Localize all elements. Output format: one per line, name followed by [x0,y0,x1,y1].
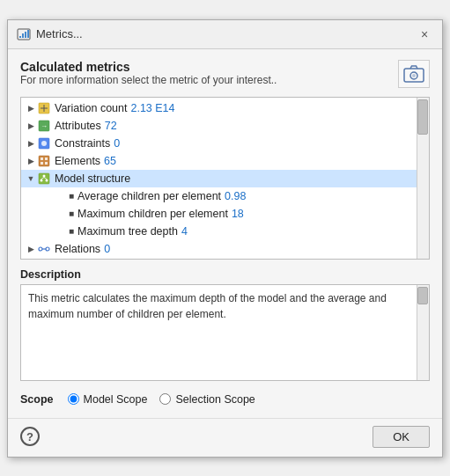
tree-item-relations[interactable]: ▶ Relations 0 [21,240,429,258]
constraints-value: 0 [114,137,120,150]
variation-label: Variation count [55,102,127,114]
description-section: Description This metric calculates the m… [20,268,430,381]
top-area: Calculated metrics For more information … [20,60,430,88]
constraint-icon [37,136,51,150]
attributes-label: Attributes [55,120,101,132]
elements-label: Elements [55,155,100,167]
elements-value: 65 [104,155,116,167]
svg-rect-18 [41,162,43,165]
max-depth-value: 4 [181,225,188,238]
header-subtitle: For more information select the metric o… [20,74,277,86]
model-structure-label: Model structure [55,172,130,185]
tree-item-max-depth[interactable]: ■ Maximum tree depth 4 [21,223,429,240]
svg-point-26 [39,247,42,251]
expand-arrow-elements[interactable]: ▶ [25,155,37,167]
description-label: Description [20,268,430,281]
title-bar: Metrics... × [8,20,442,49]
svg-point-23 [46,179,48,181]
max-children-label: Maximum children per element [77,208,228,220]
svg-rect-17 [45,157,48,160]
selection-scope-option[interactable]: Selection Scope [159,393,255,406]
bullet-avg: ■ [65,191,77,201]
calculated-metrics-title: Calculated metrics [20,60,277,74]
header-text: Calculated metrics For more information … [20,60,277,86]
model-scope-radio[interactable] [68,393,79,405]
camera-svg [403,64,424,84]
close-button[interactable]: × [416,26,433,43]
tree-item-max-children[interactable]: ■ Maximum children per element 18 [21,205,429,223]
constraints-label: Constraints [55,137,110,150]
svg-rect-19 [45,162,48,165]
expand-arrow-variation[interactable]: ▶ [25,102,37,114]
svg-point-21 [43,174,46,177]
tree-inner: ▶ Variation count 2.13 E14 ▶ → Attribute… [21,98,429,259]
svg-text:→: → [41,122,48,130]
svg-point-27 [46,247,49,251]
attributes-value: 72 [105,120,117,132]
relation-icon [37,242,51,256]
bullet-depth: ■ [65,226,77,236]
model-scope-label: Model Scope [84,393,148,406]
description-scrollbar[interactable] [417,285,429,380]
tree-scrollbar[interactable] [417,98,429,259]
max-children-value: 18 [232,208,244,220]
bullet-max: ■ [65,209,77,218]
element-icon [37,154,51,168]
relations-label: Relations [55,243,100,255]
tree-item-elements[interactable]: ▶ Elements 65 [21,152,429,170]
svg-rect-16 [41,157,43,160]
attribute-icon: → [37,119,51,133]
selection-scope-radio[interactable] [159,393,171,405]
scope-label: Scope [20,393,54,406]
model-scope-option[interactable]: Model Scope [68,393,148,406]
svg-point-7 [412,74,416,77]
svg-rect-15 [39,156,49,166]
dialog-title: Metrics... [36,27,83,40]
tree-panel[interactable]: ▶ Variation count 2.13 E14 ▶ → Attribute… [20,97,430,260]
svg-point-14 [41,141,47,146]
description-text: This metric calculates the maximum depth… [28,290,422,322]
tree-item-variation[interactable]: ▶ Variation count 2.13 E14 [21,99,429,117]
max-depth-label: Maximum tree depth [77,225,178,238]
dialog-icon [17,27,31,41]
scope-section: Scope Model Scope Selection Scope [20,393,430,406]
relations-value: 0 [104,243,110,255]
model-icon [37,172,51,186]
header-row: Calculated metrics For more information … [20,60,430,88]
help-button[interactable]: ? [20,427,40,446]
expand-arrow-model[interactable]: ▼ [25,172,37,185]
metrics-dialog: Metrics... × Calculated metrics For more… [7,19,443,458]
camera-icon [398,60,430,88]
title-bar-left: Metrics... [17,27,83,41]
expand-arrow-relations[interactable]: ▶ [25,243,37,255]
expand-arrow-attributes[interactable]: ▶ [25,120,37,132]
avg-children-label: Average children per element [77,190,221,202]
selection-scope-label: Selection Scope [175,393,255,406]
description-box: This metric calculates the maximum depth… [20,284,430,381]
variation-value: 2.13 E14 [130,102,174,114]
tree-item-constraints[interactable]: ▶ Constraints 0 [21,135,429,152]
expand-arrow-constraints[interactable]: ▶ [25,137,37,150]
radio-group: Model Scope Selection Scope [68,393,255,406]
tree-item-attributes[interactable]: ▶ → Attributes 72 [21,117,429,135]
svg-point-22 [41,179,43,181]
avg-children-value: 0.98 [225,190,246,202]
footer: ? OK [8,418,442,457]
tree-scrollbar-thumb [417,99,428,135]
tree-item-model-structure[interactable]: ▼ Model structure [21,170,429,187]
variation-icon [37,101,51,115]
description-scrollbar-thumb [417,287,428,304]
tree-item-avg-children[interactable]: ■ Average children per element 0.98 [21,187,429,205]
dialog-body: Calculated metrics For more information … [8,49,442,413]
ok-button[interactable]: OK [373,426,430,448]
